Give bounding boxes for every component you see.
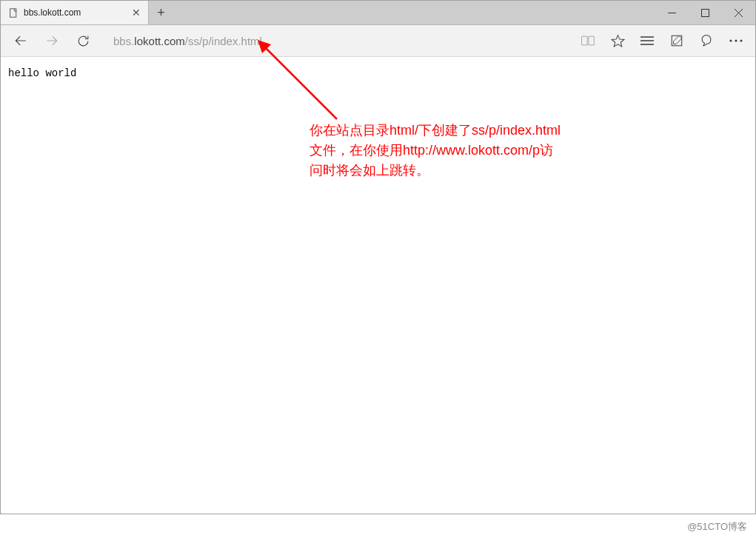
minimize-button[interactable] xyxy=(655,1,689,24)
tab-bar-spacer xyxy=(173,1,655,24)
favorites-icon[interactable] xyxy=(603,25,632,56)
window-controls xyxy=(655,1,755,24)
hub-icon[interactable] xyxy=(632,25,662,56)
url-path: /ss/p/index.html xyxy=(185,35,262,47)
annotation-text: 你在站点目录html/下创建了ss/p/index.html 文件，在你使用ht… xyxy=(310,121,561,181)
annotation-line: 你在站点目录html/下创建了ss/p/index.html xyxy=(310,123,561,138)
refresh-button[interactable] xyxy=(67,25,98,56)
svg-point-11 xyxy=(740,39,742,41)
reading-view-icon[interactable] xyxy=(573,25,603,56)
toolbar: bbs.lokott.com/ss/p/index.html xyxy=(1,25,755,57)
annotation-line: 文件，在你使用http://www.lokott.com/p访 xyxy=(310,143,553,158)
url-host-main: lokott.com xyxy=(134,35,184,47)
tab-close-button[interactable]: ✕ xyxy=(130,7,142,19)
svg-rect-2 xyxy=(702,9,709,16)
page-icon xyxy=(8,7,19,18)
share-icon[interactable] xyxy=(692,25,721,56)
notes-icon[interactable] xyxy=(662,25,692,56)
more-icon[interactable] xyxy=(721,25,751,56)
watermark: @51CTO博客 xyxy=(687,520,747,534)
browser-tab[interactable]: bbs.lokott.com ✕ xyxy=(1,1,149,24)
svg-point-9 xyxy=(729,39,732,41)
forward-button[interactable] xyxy=(36,25,67,56)
new-tab-button[interactable]: + xyxy=(149,1,173,24)
svg-point-10 xyxy=(735,39,737,41)
page-body-text: hello world xyxy=(8,67,748,79)
window-close-button[interactable] xyxy=(722,1,755,24)
back-button[interactable] xyxy=(5,25,36,56)
maximize-button[interactable] xyxy=(689,1,722,24)
address-bar[interactable]: bbs.lokott.com/ss/p/index.html xyxy=(98,29,573,53)
toolbar-right xyxy=(573,25,751,56)
tab-bar: bbs.lokott.com ✕ + xyxy=(1,1,755,25)
annotation-line: 问时将会如上跳转。 xyxy=(310,163,429,178)
url-host-prefix: bbs. xyxy=(113,35,134,47)
svg-rect-0 xyxy=(10,8,16,16)
browser-window: bbs.lokott.com ✕ + bbs.lokott.co xyxy=(0,0,756,514)
tab-title: bbs.lokott.com xyxy=(24,7,125,18)
